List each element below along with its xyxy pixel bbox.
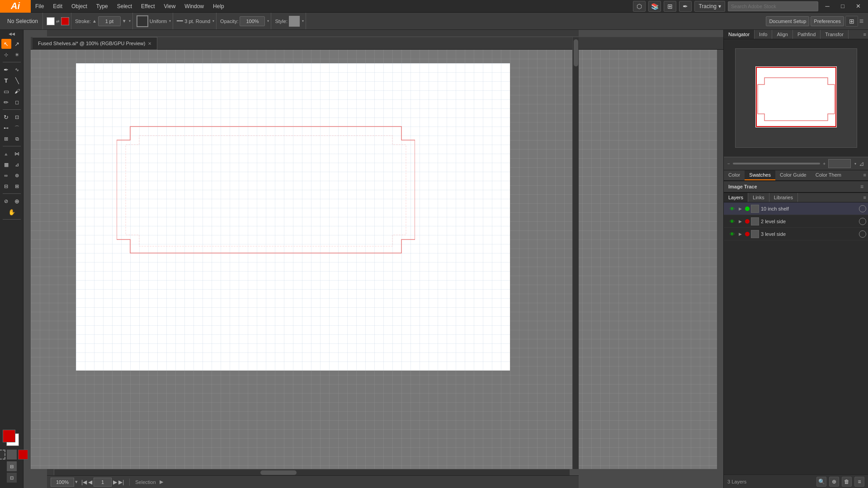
tab-transform[interactable]: Transfor — [821, 30, 849, 39]
layers-arrange-button[interactable]: ≡ — [854, 477, 864, 487]
tab-color-themes[interactable]: Color Them — [811, 170, 846, 180]
layer-1-target-icon[interactable] — [859, 218, 866, 225]
opacity-input[interactable] — [240, 16, 265, 26]
zoom-in-icon[interactable]: + — [823, 161, 826, 166]
swap-icon[interactable]: ⇄ — [56, 19, 60, 23]
layer-0-visibility-icon[interactable]: 👁 — [727, 204, 736, 213]
selection-tool[interactable]: ↖ — [1, 39, 11, 49]
secondary-swatch[interactable] — [7, 450, 17, 460]
graph-tool[interactable]: ⊟ — [1, 181, 11, 191]
style-swatch[interactable] — [289, 16, 300, 27]
navigator-zoom-dropdown-icon[interactable]: ▾ — [854, 162, 856, 166]
foreground-background-swatches[interactable] — [3, 430, 21, 448]
tab-navigator[interactable]: Navigator — [724, 30, 755, 39]
stroke-dropdown-icon[interactable]: ▾ — [129, 19, 131, 23]
tab-links[interactable]: Links — [748, 193, 769, 202]
no-fill-swatch[interactable] — [0, 450, 5, 460]
layer-0-expand-icon[interactable]: ▶ — [736, 204, 744, 213]
gradient-tool[interactable]: ▦ — [1, 160, 11, 169]
eyedropper-tool[interactable]: ⊿ — [12, 160, 22, 169]
stroke-down-icon[interactable]: ▼ — [122, 19, 127, 23]
tracing-button[interactable]: Tracing ▾ — [694, 1, 725, 12]
layer-row-2[interactable]: 👁 ▶ 3 level side — [724, 228, 868, 240]
canvas-area[interactable] — [31, 50, 717, 469]
layer-row-1[interactable]: 👁 ▶ 2 level side — [724, 215, 868, 228]
direct-selection-tool[interactable]: ↗ — [12, 39, 22, 49]
zoom-out-icon[interactable]: − — [727, 161, 730, 166]
menu-help[interactable]: Help — [208, 0, 229, 13]
tab-layers[interactable]: Layers — [724, 193, 748, 202]
type-tool[interactable]: T — [1, 75, 11, 85]
menu-object[interactable]: Object — [67, 0, 92, 13]
vertical-scrollbar-thumb[interactable] — [574, 39, 578, 66]
navigator-zoom-input[interactable]: 100% — [828, 159, 851, 168]
adobe-stock-search[interactable] — [728, 1, 818, 11]
menu-type[interactable]: Type — [92, 0, 113, 13]
lasso-tool[interactable]: ⊹ — [1, 50, 11, 60]
horizontal-scrollbar-thumb[interactable] — [260, 470, 297, 475]
zoom-dropdown-icon[interactable]: ▾ — [75, 479, 78, 485]
opacity-dropdown-icon[interactable]: ▾ — [267, 19, 269, 23]
left-sidebar-collapse[interactable]: ◀◀ — [9, 32, 15, 36]
tab-align[interactable]: Align — [772, 30, 793, 39]
navigator-resize-icon[interactable]: ⊿ — [859, 160, 864, 167]
hand-tool[interactable]: ✋ — [7, 207, 17, 217]
paintbrush-tool[interactable]: 🖌 — [12, 86, 22, 96]
layers-add-button[interactable]: ⊕ — [829, 477, 839, 487]
menu-effect[interactable]: Effect — [137, 0, 159, 13]
tab-pathfinder[interactable]: Pathfind — [793, 30, 821, 39]
vertical-scrollbar[interactable] — [572, 37, 579, 469]
stroke-cap-dropdown-icon[interactable]: ▾ — [212, 19, 214, 23]
document-setup-button[interactable]: Document Setup — [766, 16, 809, 26]
document-tab[interactable]: Fused Shelves.ai* @ 100% (RGB/GPU Previe… — [33, 37, 157, 50]
libraries-icon-btn[interactable]: 📚 — [648, 1, 661, 12]
fill-swatch[interactable] — [47, 17, 55, 25]
menu-select[interactable]: Select — [113, 0, 137, 13]
layer-2-visibility-icon[interactable]: 👁 — [727, 230, 736, 239]
style-dropdown-icon[interactable]: ▾ — [302, 19, 304, 23]
foreground-color-swatch[interactable] — [3, 430, 15, 442]
horizontal-scrollbar[interactable] — [54, 469, 570, 475]
pencil-tool[interactable]: ✏ — [1, 97, 11, 107]
stroke-width-input[interactable] — [98, 16, 121, 26]
layer-row-0[interactable]: 👁 ▶ 10 inch shelf — [724, 202, 868, 215]
layers-delete-button[interactable]: 🗑 — [842, 477, 852, 487]
prev-page-icon[interactable]: ◀ — [88, 479, 92, 485]
stroke-swatch[interactable] — [61, 17, 69, 25]
layer-1-expand-icon[interactable]: ▶ — [736, 217, 744, 226]
artboard-tool[interactable]: ⊞ — [12, 181, 22, 191]
stroke-up-icon[interactable]: ▲ — [92, 19, 97, 23]
next-page-icon[interactable]: ▶ — [113, 479, 117, 485]
share-icon-btn[interactable]: ⬡ — [633, 1, 646, 12]
scale-tool[interactable]: ⊡ — [12, 112, 22, 122]
arrange-icon-btn[interactable]: ⊞ — [664, 1, 676, 12]
minimize-button[interactable]: ─ — [821, 1, 834, 12]
uniform-dropdown-icon[interactable]: ▾ — [169, 19, 171, 23]
last-page-icon[interactable]: ▶| — [118, 479, 124, 485]
eraser-tool[interactable]: ◻ — [12, 97, 22, 107]
menu-file[interactable]: File — [31, 0, 48, 13]
brush-icon-btn[interactable]: ✒ — [679, 1, 692, 12]
tab-swatches[interactable]: Swatches — [745, 170, 775, 180]
tab-color-guide[interactable]: Color Guide — [775, 170, 811, 180]
tab-info[interactable]: Info — [755, 30, 772, 39]
layer-2-target-icon[interactable] — [859, 230, 866, 238]
arrange-display-icon[interactable]: ⊞ — [845, 16, 858, 27]
page-number-input[interactable] — [94, 478, 112, 487]
document-close-icon[interactable]: ✕ — [148, 41, 151, 46]
menu-icon[interactable]: ≡ — [859, 17, 863, 25]
blend-tool[interactable]: ∞ — [1, 170, 11, 180]
width-tool[interactable]: ⊷ — [1, 123, 11, 133]
layer-2-expand-icon[interactable]: ▶ — [736, 230, 744, 239]
color-panel-menu-icon[interactable]: ≡ — [862, 170, 868, 180]
menu-edit[interactable]: Edit — [48, 0, 67, 13]
zoom-input[interactable] — [51, 478, 74, 487]
magic-wand-tool[interactable]: ✳ — [12, 50, 22, 60]
perspective-tool[interactable]: ⟁ — [1, 149, 11, 159]
image-trace-header[interactable]: Image Trace ≡ — [724, 181, 868, 192]
image-trace-menu-icon[interactable]: ≡ — [860, 183, 863, 190]
screen-mode-icon[interactable]: ⊡ — [7, 473, 17, 483]
tab-libraries[interactable]: Libraries — [769, 193, 798, 202]
free-transform-tool[interactable]: ⊞ — [1, 134, 11, 144]
rectangle-tool[interactable]: ▭ — [1, 86, 11, 96]
